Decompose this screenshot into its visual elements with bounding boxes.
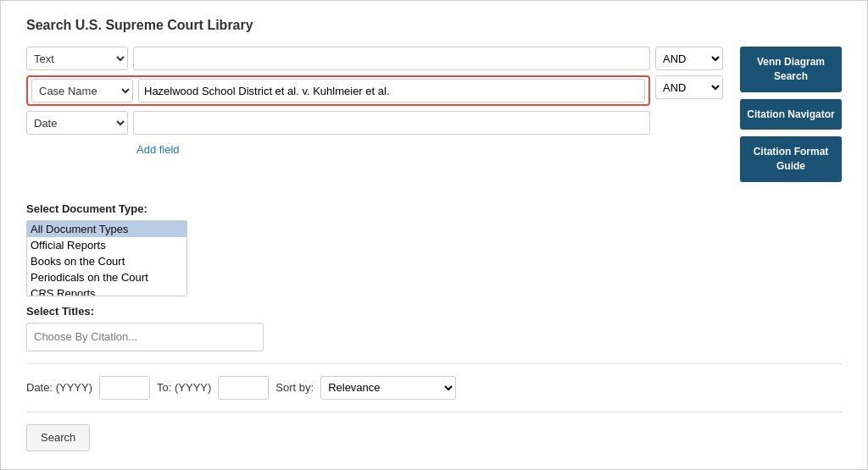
divider-2 bbox=[26, 412, 842, 412]
doc-type-section: Select Document Type: All Document Types… bbox=[26, 202, 842, 296]
doc-type-option-official: Official Reports bbox=[27, 237, 186, 253]
date-sort-row: Date: (YYYY) To: (YYYY) Sort by: Relevan… bbox=[26, 376, 842, 400]
connector-select-1[interactable]: AND OR NOT bbox=[655, 47, 723, 70]
field-type-select-2[interactable]: Text Case Name Date Citation Full Text bbox=[31, 79, 133, 102]
search-row-3: Text Case Name Date Citation Full Text bbox=[26, 111, 650, 135]
doc-type-option-crs: CRS Reports bbox=[27, 285, 186, 296]
search-row-1: Text Case Name Date Citation Full Text bbox=[26, 47, 650, 70]
date-from-label: Date: (YYYY) bbox=[26, 381, 92, 394]
field-type-select-3[interactable]: Text Case Name Date Citation Full Text bbox=[26, 111, 128, 135]
add-field-link[interactable]: Add field bbox=[136, 143, 650, 156]
rows-and-connectors: Text Case Name Date Citation Full Text T… bbox=[26, 47, 723, 156]
select-titles-section: Select Titles: bbox=[26, 305, 842, 351]
right-buttons-panel: Venn Diagram Search Citation Navigator C… bbox=[740, 47, 842, 182]
search-input-1[interactable] bbox=[133, 47, 650, 70]
divider-1 bbox=[26, 363, 842, 364]
main-container: Search U.S. Supreme Court Library Text C… bbox=[0, 0, 868, 470]
connector-select-2[interactable]: AND OR NOT bbox=[655, 75, 723, 99]
venn-diagram-button[interactable]: Venn Diagram Search bbox=[740, 47, 842, 92]
search-button[interactable]: Search bbox=[26, 424, 90, 451]
citation-input[interactable] bbox=[26, 323, 264, 351]
search-input-2[interactable] bbox=[138, 79, 645, 102]
page-title: Search U.S. Supreme Court Library bbox=[26, 18, 842, 33]
search-row-2-highlighted: Text Case Name Date Citation Full Text bbox=[26, 75, 650, 106]
search-section: Text Case Name Date Citation Full Text T… bbox=[26, 47, 842, 182]
citation-navigator-button[interactable]: Citation Navigator bbox=[740, 99, 842, 130]
connectors-col: AND OR NOT AND OR NOT bbox=[655, 47, 723, 99]
doc-type-listbox[interactable]: All Document Types Official Reports Book… bbox=[26, 220, 187, 296]
citation-format-guide-button[interactable]: Citation Format Guide bbox=[740, 136, 842, 182]
connector-spacer-1: AND OR NOT bbox=[655, 47, 723, 70]
date-to-input[interactable] bbox=[218, 376, 269, 400]
select-titles-label: Select Titles: bbox=[26, 305, 842, 318]
date-from-input[interactable] bbox=[99, 376, 150, 400]
field-type-select-1[interactable]: Text Case Name Date Citation Full Text bbox=[26, 47, 128, 70]
doc-type-option-periodicals: Periodicals on the Court bbox=[27, 269, 186, 285]
date-to-label: To: (YYYY) bbox=[157, 381, 211, 394]
sort-select[interactable]: Relevance Date (Newest First) Date (Olde… bbox=[320, 376, 456, 400]
doc-type-option-all: All Document Types bbox=[27, 221, 186, 237]
doc-type-label: Select Document Type: bbox=[26, 202, 842, 215]
rows-col: Text Case Name Date Citation Full Text T… bbox=[26, 47, 650, 156]
doc-type-option-books: Books on the Court bbox=[27, 253, 186, 269]
connector-spacer-2: AND OR NOT bbox=[655, 75, 723, 99]
search-input-3[interactable] bbox=[133, 111, 650, 135]
sort-label: Sort by: bbox=[275, 381, 314, 394]
